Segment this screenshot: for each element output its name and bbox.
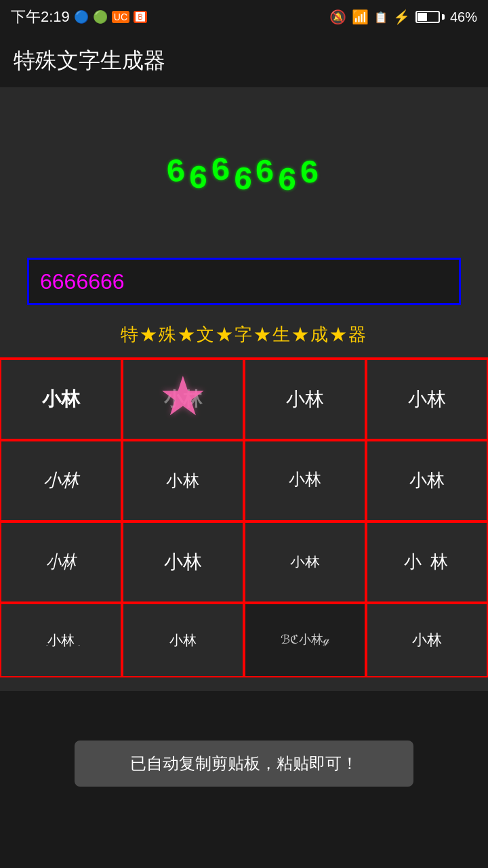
- app-icon-2: 🅱: [134, 11, 147, 23]
- grid-cell-2-3[interactable]: 小 林: [366, 521, 488, 603]
- cell-text-0-1: 小林: [164, 388, 202, 411]
- cell-text-2-3: 小 林: [404, 551, 450, 572]
- main-content: 6666666 特★殊★文★字★生★成★器 小林 小林 ★ 小林 小林 小林 小…: [0, 88, 488, 691]
- grid-cell-0-2[interactable]: 小林: [244, 359, 366, 440]
- app-bar: 特殊文字生成器: [0, 34, 488, 88]
- text-input[interactable]: [27, 258, 461, 305]
- charge-icon: ⚡: [393, 9, 410, 25]
- input-area: [0, 251, 488, 312]
- grid-cell-2-2[interactable]: 小林: [244, 521, 366, 603]
- sim-icon: 📋: [374, 11, 388, 24]
- cell-text-1-2: 小林: [289, 471, 321, 491]
- cell-text-0-0: 小林: [42, 388, 80, 411]
- grid-cell-3-1[interactable]: 小林: [122, 603, 244, 677]
- cell-text-1-0: 小林: [43, 470, 79, 491]
- status-time: 下午2:19: [11, 7, 70, 27]
- grid-cell-1-1[interactable]: 小林: [122, 440, 244, 521]
- grid-cell-3-3[interactable]: 小林: [366, 603, 488, 677]
- app-title: 特殊文字生成器: [14, 46, 165, 76]
- cell-text-0-3: 小林: [408, 388, 446, 411]
- status-bar: 下午2:19 🔵 🟢 UC 🅱 🔕 📶 📋 ⚡ 46%: [0, 0, 488, 34]
- mute-icon: 🔕: [329, 9, 346, 25]
- toast-notification: 已自动复制剪贴板，粘贴即可！: [75, 741, 413, 787]
- preview-text: 6666666: [166, 158, 322, 195]
- font-grid: 小林 小林 ★ 小林 小林 小林 小林 小林 小林 小林 小林: [0, 357, 488, 677]
- battery-indicator: [415, 11, 445, 23]
- battery-saver-icon: 🟢: [93, 9, 108, 24]
- grid-cell-0-3[interactable]: 小林: [366, 359, 488, 440]
- subtitle: 特★殊★文★字★生★成★器: [0, 312, 488, 357]
- grid-cell-0-0[interactable]: 小林: [0, 359, 122, 440]
- cell-text-3-0: 小林··: [47, 632, 75, 648]
- cell-text-3-1: 小林: [169, 632, 197, 648]
- grid-cell-2-1[interactable]: 小林: [122, 521, 244, 603]
- status-left: 下午2:19 🔵 🟢 UC 🅱: [11, 7, 147, 27]
- battery-percent: 46%: [450, 9, 477, 25]
- grid-cell-1-0[interactable]: 小林: [0, 440, 122, 521]
- wifi-icon: 📶: [352, 9, 369, 25]
- preview-area: 6666666: [0, 102, 488, 251]
- grid-cell-2-0[interactable]: 小林: [0, 521, 122, 603]
- toast-message: 已自动复制剪贴板，粘贴即可！: [130, 754, 358, 772]
- grid-cell-1-3[interactable]: 小林: [366, 440, 488, 521]
- status-right: 🔕 📶 📋 ⚡ 46%: [329, 9, 477, 25]
- cell-text-0-2: 小林: [286, 388, 324, 411]
- cell-text-1-3: 小林: [409, 470, 445, 491]
- cell-text-3-3: 小林: [412, 631, 442, 649]
- grid-cell-3-0[interactable]: 小林··: [0, 603, 122, 677]
- app-icon-1: UC: [112, 11, 129, 23]
- cell-text-1-1: 小林: [166, 471, 200, 491]
- cell-text-2-0: 小林: [46, 551, 76, 572]
- notification-icon: 🔵: [74, 9, 89, 24]
- grid-cell-1-2[interactable]: 小林: [244, 440, 366, 521]
- cell-text-3-2: ℬℭ小林ℊ: [281, 633, 329, 648]
- cell-text-2-2: 小林: [290, 555, 320, 570]
- grid-cell-0-1[interactable]: 小林 ★: [122, 359, 244, 440]
- cell-text-2-1: 小林: [164, 551, 202, 574]
- grid-cell-3-2[interactable]: ℬℭ小林ℊ: [244, 603, 366, 677]
